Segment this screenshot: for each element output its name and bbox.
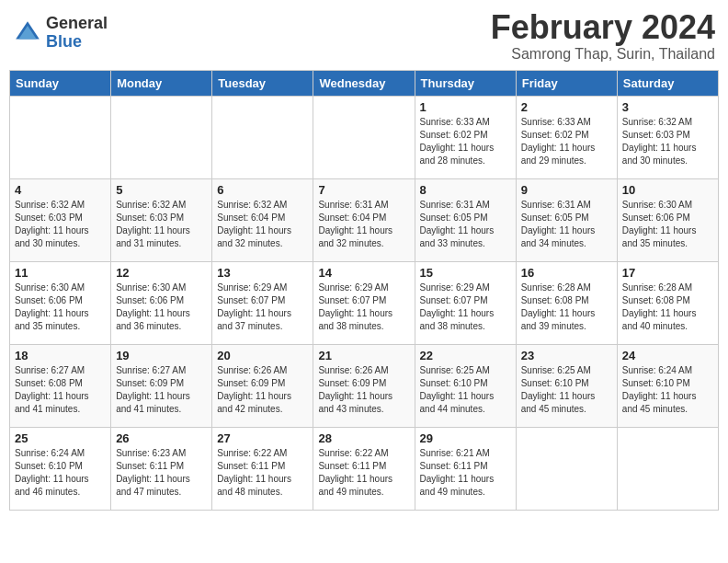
calendar-cell: 7Sunrise: 6:31 AMSunset: 6:04 PMDaylight… <box>313 178 415 261</box>
calendar-cell: 14Sunrise: 6:29 AMSunset: 6:07 PMDayligh… <box>313 261 415 344</box>
day-number: 15 <box>420 266 511 280</box>
day-number: 5 <box>116 183 207 197</box>
day-number: 6 <box>217 183 308 197</box>
day-number: 14 <box>318 266 409 280</box>
calendar-week-1: 1Sunrise: 6:33 AMSunset: 6:02 PMDaylight… <box>10 96 719 178</box>
day-detail: Sunrise: 6:26 AMSunset: 6:09 PMDaylight:… <box>318 364 409 416</box>
day-number: 24 <box>622 349 713 362</box>
day-number: 19 <box>116 349 207 362</box>
calendar-cell: 13Sunrise: 6:29 AMSunset: 6:07 PMDayligh… <box>212 261 313 344</box>
day-number: 12 <box>116 266 207 280</box>
calendar-cell: 9Sunrise: 6:31 AMSunset: 6:05 PMDaylight… <box>516 178 617 261</box>
day-detail: Sunrise: 6:29 AMSunset: 6:07 PMDaylight:… <box>318 282 409 333</box>
title-block: February 2024 Samrong Thap, Surin, Thail… <box>491 9 715 63</box>
day-detail: Sunrise: 6:32 AMSunset: 6:03 PMDaylight:… <box>116 199 207 250</box>
day-detail: Sunrise: 6:22 AMSunset: 6:11 PMDaylight:… <box>318 447 409 499</box>
calendar-cell <box>516 427 617 510</box>
day-detail: Sunrise: 6:31 AMSunset: 6:05 PMDaylight:… <box>420 199 511 250</box>
day-number: 1 <box>420 100 511 114</box>
calendar-cell: 23Sunrise: 6:25 AMSunset: 6:10 PMDayligh… <box>516 344 617 427</box>
day-detail: Sunrise: 6:29 AMSunset: 6:07 PMDaylight:… <box>420 282 511 333</box>
day-detail: Sunrise: 6:30 AMSunset: 6:06 PMDaylight:… <box>116 282 207 333</box>
calendar-cell: 19Sunrise: 6:27 AMSunset: 6:09 PMDayligh… <box>111 344 212 427</box>
calendar-cell: 28Sunrise: 6:22 AMSunset: 6:11 PMDayligh… <box>313 427 415 510</box>
calendar-cell: 15Sunrise: 6:29 AMSunset: 6:07 PMDayligh… <box>415 261 516 344</box>
calendar-cell: 18Sunrise: 6:27 AMSunset: 6:08 PMDayligh… <box>10 344 111 427</box>
day-detail: Sunrise: 6:33 AMSunset: 6:02 PMDaylight:… <box>521 116 612 167</box>
day-detail: Sunrise: 6:32 AMSunset: 6:04 PMDaylight:… <box>217 199 308 250</box>
col-header-sunday: Sunday <box>10 70 111 96</box>
day-number: 29 <box>420 431 511 445</box>
day-detail: Sunrise: 6:31 AMSunset: 6:04 PMDaylight:… <box>318 199 409 250</box>
calendar-cell: 17Sunrise: 6:28 AMSunset: 6:08 PMDayligh… <box>617 261 718 344</box>
logo-icon <box>13 18 42 48</box>
calendar-week-3: 11Sunrise: 6:30 AMSunset: 6:06 PMDayligh… <box>10 261 719 344</box>
day-number: 4 <box>15 183 106 197</box>
day-number: 10 <box>622 183 713 197</box>
calendar-cell <box>111 96 212 178</box>
day-number: 17 <box>622 266 713 280</box>
logo-blue-text: Blue <box>46 33 108 52</box>
calendar-cell <box>10 96 111 178</box>
calendar-cell: 11Sunrise: 6:30 AMSunset: 6:06 PMDayligh… <box>10 261 111 344</box>
calendar-cell: 22Sunrise: 6:25 AMSunset: 6:10 PMDayligh… <box>415 344 516 427</box>
calendar-week-2: 4Sunrise: 6:32 AMSunset: 6:03 PMDaylight… <box>10 178 719 261</box>
day-detail: Sunrise: 6:27 AMSunset: 6:09 PMDaylight:… <box>116 364 207 416</box>
calendar-week-4: 18Sunrise: 6:27 AMSunset: 6:08 PMDayligh… <box>10 344 719 427</box>
day-detail: Sunrise: 6:28 AMSunset: 6:08 PMDaylight:… <box>521 282 612 333</box>
day-number: 11 <box>15 266 106 280</box>
day-number: 26 <box>116 431 207 445</box>
col-header-thursday: Thursday <box>415 70 516 96</box>
day-number: 3 <box>622 100 713 114</box>
calendar-cell: 3Sunrise: 6:32 AMSunset: 6:03 PMDaylight… <box>617 96 718 178</box>
calendar-cell: 20Sunrise: 6:26 AMSunset: 6:09 PMDayligh… <box>212 344 313 427</box>
calendar-table: SundayMondayTuesdayWednesdayThursdayFrid… <box>9 70 719 511</box>
page-header: General Blue February 2024 Samrong Thap,… <box>9 9 719 63</box>
calendar-cell: 12Sunrise: 6:30 AMSunset: 6:06 PMDayligh… <box>111 261 212 344</box>
calendar-cell: 24Sunrise: 6:24 AMSunset: 6:10 PMDayligh… <box>617 344 718 427</box>
col-header-monday: Monday <box>111 70 212 96</box>
day-detail: Sunrise: 6:24 AMSunset: 6:10 PMDaylight:… <box>622 364 713 416</box>
day-detail: Sunrise: 6:30 AMSunset: 6:06 PMDaylight:… <box>15 282 106 333</box>
day-detail: Sunrise: 6:25 AMSunset: 6:10 PMDaylight:… <box>521 364 612 416</box>
calendar-cell <box>617 427 718 510</box>
calendar-header-row: SundayMondayTuesdayWednesdayThursdayFrid… <box>10 70 719 96</box>
col-header-wednesday: Wednesday <box>313 70 415 96</box>
day-number: 25 <box>15 431 106 445</box>
day-detail: Sunrise: 6:30 AMSunset: 6:06 PMDaylight:… <box>622 199 713 250</box>
day-number: 28 <box>318 431 409 445</box>
calendar-cell: 2Sunrise: 6:33 AMSunset: 6:02 PMDaylight… <box>516 96 617 178</box>
logo: General Blue <box>13 15 108 52</box>
day-number: 27 <box>217 431 308 445</box>
day-number: 7 <box>318 183 409 197</box>
day-detail: Sunrise: 6:23 AMSunset: 6:11 PMDaylight:… <box>116 447 207 499</box>
day-detail: Sunrise: 6:29 AMSunset: 6:07 PMDaylight:… <box>217 282 308 333</box>
calendar-cell: 6Sunrise: 6:32 AMSunset: 6:04 PMDaylight… <box>212 178 313 261</box>
day-detail: Sunrise: 6:26 AMSunset: 6:09 PMDaylight:… <box>217 364 308 416</box>
day-number: 23 <box>521 349 612 362</box>
day-number: 22 <box>420 349 511 362</box>
calendar-cell: 26Sunrise: 6:23 AMSunset: 6:11 PMDayligh… <box>111 427 212 510</box>
day-detail: Sunrise: 6:33 AMSunset: 6:02 PMDaylight:… <box>420 116 511 167</box>
day-number: 16 <box>521 266 612 280</box>
calendar-cell: 8Sunrise: 6:31 AMSunset: 6:05 PMDaylight… <box>415 178 516 261</box>
calendar-cell <box>212 96 313 178</box>
calendar-cell: 16Sunrise: 6:28 AMSunset: 6:08 PMDayligh… <box>516 261 617 344</box>
day-detail: Sunrise: 6:22 AMSunset: 6:11 PMDaylight:… <box>217 447 308 499</box>
calendar-cell: 4Sunrise: 6:32 AMSunset: 6:03 PMDaylight… <box>10 178 111 261</box>
day-detail: Sunrise: 6:28 AMSunset: 6:08 PMDaylight:… <box>622 282 713 333</box>
calendar-title: February 2024 <box>491 9 715 46</box>
logo-general-text: General <box>46 15 108 33</box>
day-number: 13 <box>217 266 308 280</box>
calendar-cell: 27Sunrise: 6:22 AMSunset: 6:11 PMDayligh… <box>212 427 313 510</box>
day-number: 8 <box>420 183 511 197</box>
day-number: 21 <box>318 349 409 362</box>
day-number: 20 <box>217 349 308 362</box>
calendar-cell: 21Sunrise: 6:26 AMSunset: 6:09 PMDayligh… <box>313 344 415 427</box>
calendar-cell: 29Sunrise: 6:21 AMSunset: 6:11 PMDayligh… <box>415 427 516 510</box>
calendar-cell: 5Sunrise: 6:32 AMSunset: 6:03 PMDaylight… <box>111 178 212 261</box>
day-detail: Sunrise: 6:31 AMSunset: 6:05 PMDaylight:… <box>521 199 612 250</box>
calendar-cell: 10Sunrise: 6:30 AMSunset: 6:06 PMDayligh… <box>617 178 718 261</box>
calendar-cell: 1Sunrise: 6:33 AMSunset: 6:02 PMDaylight… <box>415 96 516 178</box>
day-number: 9 <box>521 183 612 197</box>
